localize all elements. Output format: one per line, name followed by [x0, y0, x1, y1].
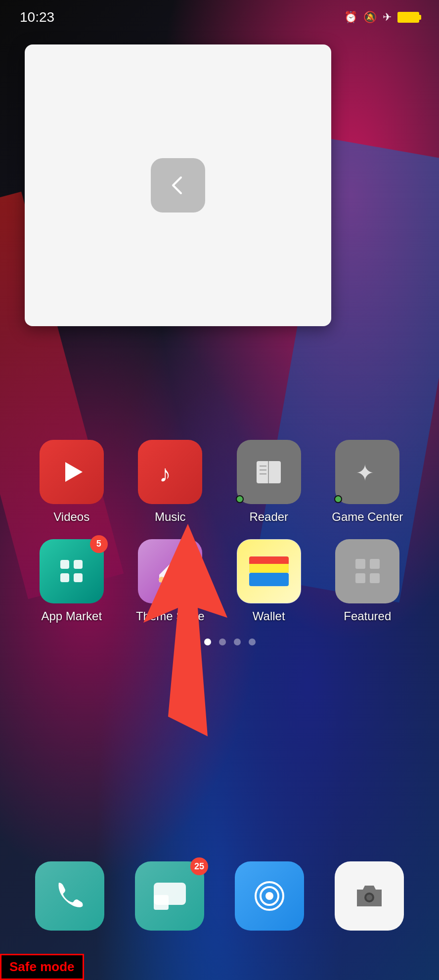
page-menu-icon[interactable] [183, 639, 192, 646]
app-label-wallet: Wallet [253, 609, 285, 624]
focus-icon [252, 879, 287, 913]
dock-item-phone[interactable] [35, 861, 104, 931]
app-item-wallet[interactable]: Wallet [222, 539, 316, 624]
svg-point-13 [159, 577, 165, 583]
battery-icon [397, 12, 419, 23]
game-center-online-dot [334, 495, 342, 503]
videos-play-icon [55, 456, 88, 488]
menu-line-3 [183, 644, 192, 646]
theme-store-brush-icon [154, 555, 186, 587]
svg-marker-1 [65, 462, 83, 482]
alarm-icon: ⏰ [344, 11, 357, 24]
app-label-music: Music [155, 510, 186, 524]
phone-icon [52, 879, 87, 913]
recent-apps-card[interactable] [25, 44, 331, 326]
app-label-featured: Featured [344, 609, 391, 624]
status-icons: ⏰ 🔕 ✈ [344, 11, 419, 24]
svg-text:✦: ✦ [355, 460, 375, 486]
app-icon-videos [40, 440, 104, 504]
back-chevron-icon [163, 170, 193, 200]
page-dot-1[interactable] [204, 639, 211, 645]
page-indicator [10, 639, 429, 646]
wallet-card-icon [247, 554, 291, 589]
svg-rect-18 [355, 559, 365, 569]
messages-icon [151, 880, 188, 912]
app-item-reader[interactable]: Reader [222, 440, 316, 524]
app-label-game-center: Game Center [332, 510, 403, 524]
svg-rect-19 [370, 559, 380, 569]
dock-item-focus[interactable] [235, 861, 304, 931]
music-note-icon: ♪ [154, 456, 186, 488]
svg-rect-23 [154, 895, 169, 910]
svg-rect-12 [74, 573, 83, 582]
safe-mode-label: Safe mode [9, 959, 75, 974]
status-bar: 10:23 ⏰ 🔕 ✈ [0, 0, 439, 35]
app-item-app-market[interactable]: 5 App Market [25, 539, 119, 624]
reader-book-icon [253, 456, 285, 488]
svg-rect-10 [74, 560, 83, 569]
app-item-featured[interactable]: Featured [321, 539, 415, 624]
svg-rect-17 [249, 573, 289, 586]
featured-apps-icon [351, 555, 384, 587]
svg-rect-16 [249, 564, 289, 573]
app-label-videos: Videos [53, 510, 89, 524]
safe-mode-badge: Safe mode [0, 954, 84, 980]
svg-rect-20 [355, 573, 365, 583]
app-label-app-market: App Market [41, 609, 102, 624]
app-item-music[interactable]: ♪ Music [124, 440, 218, 524]
airplane-icon: ✈ [383, 11, 392, 24]
app-label-reader: Reader [249, 510, 288, 524]
page-dot-3[interactable] [234, 639, 241, 645]
app-icon-game-center: ✦ [335, 440, 399, 504]
svg-text:♪: ♪ [159, 461, 171, 487]
dock-item-messages[interactable]: 25 [135, 861, 204, 931]
app-icon-featured [335, 539, 399, 603]
notification-icon: 🔕 [363, 11, 377, 24]
recent-app-back-icon [151, 158, 205, 213]
svg-rect-21 [370, 573, 380, 583]
app-icon-reader [237, 440, 301, 504]
status-time: 10:23 [20, 9, 54, 25]
dock-icon-focus [235, 861, 304, 931]
app-label-theme-store: Theme Store [136, 609, 205, 624]
svg-rect-9 [60, 560, 69, 569]
svg-rect-0 [163, 170, 193, 200]
dock-icon-camera [335, 861, 404, 931]
menu-line-2 [183, 641, 192, 643]
app-item-theme-store[interactable]: Theme Store [124, 539, 218, 624]
app-icon-theme-store [138, 539, 202, 603]
svg-rect-11 [60, 573, 69, 582]
dock-icon-phone [35, 861, 104, 931]
game-center-star-icon: ✦ [351, 456, 384, 488]
menu-line-1 [183, 639, 192, 640]
dock-item-camera[interactable] [335, 861, 404, 931]
app-icon-music: ♪ [138, 440, 202, 504]
dock: 25 [0, 861, 439, 931]
camera-icon [352, 879, 387, 913]
reader-online-dot [236, 495, 244, 503]
page-dot-4[interactable] [249, 639, 256, 645]
app-item-game-center[interactable]: ✦ Game Center [321, 440, 415, 524]
app-item-videos[interactable]: Videos [25, 440, 119, 524]
app-icon-app-market: 5 [40, 539, 104, 603]
app-market-grid-icon [55, 555, 88, 587]
page-dot-2[interactable] [219, 639, 226, 645]
app-market-badge: 5 [90, 535, 108, 553]
app-icon-wallet [237, 539, 301, 603]
svg-point-26 [265, 892, 273, 900]
messages-badge: 25 [190, 857, 208, 875]
svg-point-28 [366, 895, 372, 900]
app-grid: Videos ♪ Music Rea [10, 430, 429, 634]
